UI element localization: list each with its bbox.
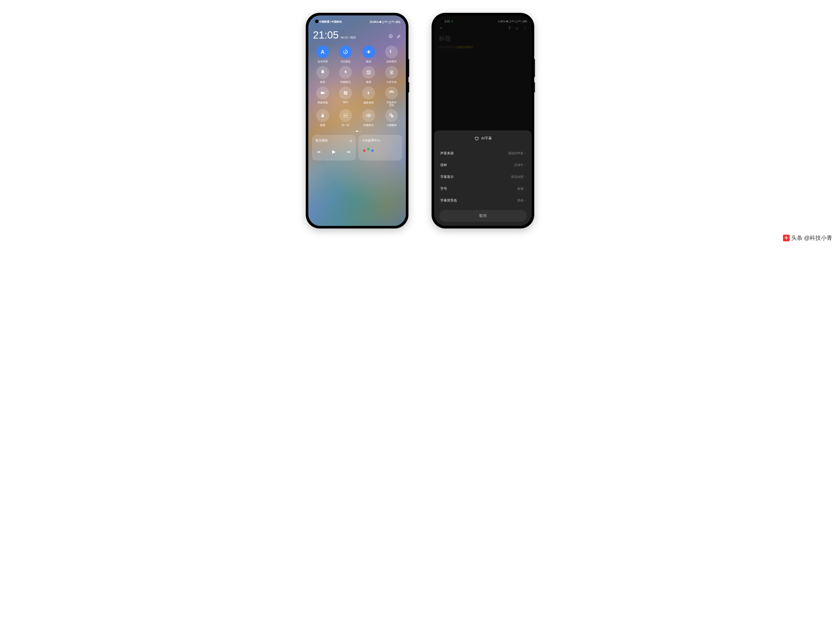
svg-rect-2 <box>368 51 369 54</box>
phone-left: 中国联通 | 中国移动 23.0K/s ✽ ▢ ⁴ᴳ⫶ ▢ ⁵ᴳ⫶ (53) 2… <box>306 13 409 229</box>
edit-icon[interactable] <box>396 34 401 39</box>
power-button <box>409 82 409 92</box>
bluetooth-icon: ✽ <box>379 21 381 24</box>
svg-text:文: 文 <box>390 114 392 115</box>
hd-icon-2: ▢ <box>389 21 391 24</box>
chevron-right-icon: › <box>524 187 526 191</box>
svg-text:A: A <box>392 116 393 117</box>
page-indicator <box>312 131 402 132</box>
sheet-title: AI字幕 <box>439 136 527 141</box>
media-card[interactable]: 暂无播放◎ ⏮ ▶ ⏭ <box>312 135 356 161</box>
tile-mute[interactable]: 静音 <box>313 66 333 84</box>
tile-battery-saver[interactable]: 超级省电 <box>358 87 379 107</box>
tile-dnd[interactable]: 勿扰模式 <box>382 46 402 63</box>
settings-icon[interactable] <box>388 34 393 39</box>
signal-5g-icon: ⁵ᴳ⫶ <box>392 21 395 24</box>
chevron-right-icon: › <box>524 175 526 179</box>
svg-rect-6 <box>321 115 324 117</box>
power-button <box>534 82 535 92</box>
tile-vibrate[interactable]: 振动 <box>358 46 379 63</box>
row-subtitle-display[interactable]: 字幕显示双语对照› <box>439 171 527 183</box>
row-font-size[interactable]: 字号标准› <box>439 183 527 194</box>
cast-icon[interactable]: ◎ <box>350 139 352 142</box>
chevron-right-icon: › <box>524 163 526 167</box>
screen-control-center: 中国联通 | 中国移动 23.0K/s ✽ ▢ ⁴ᴳ⫶ ▢ ⁵ᴳ⫶ (53) 2… <box>308 16 406 226</box>
screen-ai-subtitle: 21:21✱ 1.4K/s ✽ ▢ ⁴ᴳ⫶ ▢ ⁵ᴳ⫶ (46) ← ⇧ <box>434 16 532 226</box>
ai-subtitle-sheet: AI字幕 声音来源系统内声音› 语种日译中› 字幕显示双语对照› 字号标准› 字… <box>434 130 532 226</box>
tile-scan[interactable]: 扫一扫 <box>336 109 356 127</box>
tile-ai-translate[interactable]: 文A小爱翻译 <box>382 109 402 127</box>
heart-outline-icon <box>474 136 480 141</box>
next-icon[interactable]: ⏭ <box>347 150 351 154</box>
quick-settings-grid: A自动亮度 方向锁定 振动 勿扰模式 静音 性能模式 截屏 小米互传 屏幕录制 … <box>312 46 402 127</box>
clock-time: 21:05 <box>313 29 339 41</box>
status-right: 23.0K/s ✽ ▢ ⁴ᴳ⫶ ▢ ⁵ᴳ⫶ (53) <box>369 21 400 24</box>
punch-hole-camera <box>315 19 319 23</box>
svg-point-7 <box>368 115 369 116</box>
play-icon[interactable]: ▶ <box>332 149 336 155</box>
watermark: 今 头条 @科技小青 <box>783 234 832 242</box>
tile-auto-brightness[interactable]: A自动亮度 <box>313 46 333 63</box>
carrier-text: 中国联通 | 中国移动 <box>319 20 342 24</box>
chevron-right-icon: › <box>524 199 526 202</box>
tile-rotation-lock[interactable]: 方向锁定 <box>336 46 356 63</box>
volume-button <box>534 59 535 77</box>
tile-reverse-charge[interactable]: 无线反向充电 <box>382 87 402 107</box>
tile-nfc[interactable]: NFC <box>336 87 356 107</box>
tile-screenshot[interactable]: 截屏 <box>358 66 379 84</box>
prev-icon[interactable]: ⏮ <box>317 150 321 154</box>
svg-rect-4 <box>321 92 324 94</box>
status-bar: 中国联通 | 中国移动 23.0K/s ✽ ▢ ⁴ᴳ⫶ ▢ ⁵ᴳ⫶ (53) <box>312 19 402 24</box>
tile-performance[interactable]: 性能模式 <box>336 66 356 84</box>
svg-point-0 <box>390 36 391 37</box>
tile-screen-record[interactable]: 屏幕录制 <box>313 87 333 107</box>
toutiao-logo-icon: 今 <box>783 235 789 241</box>
row-audio-source[interactable]: 声音来源系统内声音› <box>439 147 527 159</box>
svg-rect-1 <box>345 51 346 53</box>
tile-mi-share[interactable]: 小米互传 <box>382 66 402 84</box>
tile-lock-screen[interactable]: 锁屏 <box>313 109 333 127</box>
cancel-button[interactable]: 取消 <box>439 210 527 222</box>
hd-icon: ▢ <box>382 21 384 24</box>
volume-button <box>409 59 409 77</box>
row-language[interactable]: 语种日译中› <box>439 159 527 171</box>
tile-eye-care[interactable]: 护眼模式 <box>358 109 379 127</box>
phone-right: 21:21✱ 1.4K/s ✽ ▢ ⁴ᴳ⫶ ▢ ⁵ᴳ⫶ (46) ← ⇧ <box>431 13 534 229</box>
mi-share-card[interactable]: 小米妙享中心 <box>358 135 402 161</box>
chevron-right-icon: › <box>524 152 526 155</box>
signal-4g-icon: ⁴ᴳ⫶ <box>385 21 388 24</box>
row-bg-color[interactable]: 字幕背景色黑色› <box>439 194 527 207</box>
battery-icon: (53) <box>396 21 400 24</box>
punch-hole-camera <box>441 19 444 23</box>
date-text: 06.02 / 周四 <box>341 36 356 39</box>
